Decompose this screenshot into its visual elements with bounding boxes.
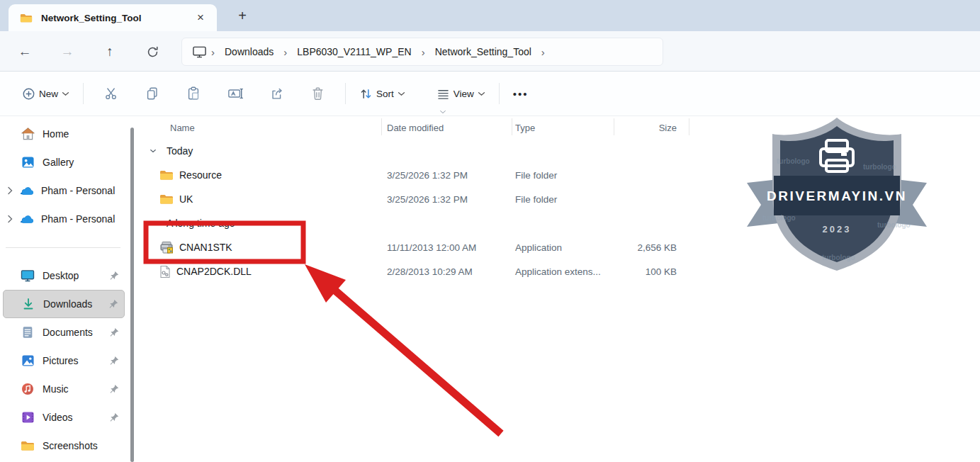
delete-button[interactable] <box>304 80 332 107</box>
sidebar-item-label: Pictures <box>43 355 106 366</box>
sidebar-separator <box>6 247 120 248</box>
column-divider[interactable] <box>381 118 382 135</box>
sidebar-item-onedrive-1[interactable]: Pham - Personal <box>3 176 125 205</box>
refresh-button[interactable] <box>142 41 163 62</box>
sidebar-item-home[interactable]: Home <box>3 120 125 148</box>
sidebar-item-label: Videos <box>43 412 106 423</box>
breadcrumb-item-downloads[interactable]: Downloads <box>219 43 279 60</box>
file-size: 100 KB <box>614 266 685 277</box>
file-size: 2,656 KB <box>614 242 685 253</box>
sidebar-item-label: Home <box>43 128 125 140</box>
turbologo-watermark: turbologo <box>822 254 855 261</box>
file-name: UK <box>179 193 193 205</box>
file-type: File folder <box>512 194 614 205</box>
sidebar-item-pictures[interactable]: Pictures <box>3 346 125 375</box>
new-button[interactable]: New <box>16 80 76 107</box>
breadcrumb-item-lbp6030[interactable]: LBP6030_V2111_WP_EN <box>291 43 417 60</box>
sidebar-scrollbar[interactable] <box>130 128 134 462</box>
file-name: CNAN1STK <box>179 242 232 253</box>
share-button[interactable] <box>263 80 291 107</box>
explorer-tab[interactable]: Network_Setting_Tool × <box>9 4 217 31</box>
folder-icon <box>159 193 174 205</box>
sidebar-item-videos[interactable]: Videos <box>3 403 125 432</box>
column-header-date-modified[interactable]: Date modified <box>381 123 512 133</box>
column-divider[interactable] <box>689 118 689 135</box>
videos-icon <box>20 411 35 424</box>
chevron-down-icon <box>62 91 69 96</box>
watermark-year: 2023 <box>823 224 852 235</box>
view-button[interactable]: View <box>430 80 492 107</box>
folder-tab-icon <box>20 13 33 23</box>
column-header-size[interactable]: Size <box>614 123 685 133</box>
cut-button[interactable] <box>97 80 125 107</box>
copy-button[interactable] <box>138 80 167 107</box>
turbologo-watermark: turbologo <box>877 221 911 229</box>
back-button[interactable]: ← <box>14 41 35 62</box>
new-button-label: New <box>39 89 58 99</box>
sidebar-item-label: Music <box>43 383 106 395</box>
sort-arrows-icon <box>359 87 373 101</box>
sidebar-item-music[interactable]: Music <box>3 375 125 403</box>
gallery-icon <box>20 156 35 169</box>
group-header-today[interactable]: Today <box>138 139 698 163</box>
rename-button[interactable] <box>220 80 250 107</box>
sidebar-item-downloads[interactable]: Downloads <box>3 290 125 318</box>
file-date: 3/25/2026 1:32 PM <box>381 194 512 205</box>
sidebar-item-gallery[interactable]: Gallery <box>3 148 125 176</box>
breadcrumb-separator: › <box>207 46 219 58</box>
breadcrumb-item-network-setting-tool[interactable]: Network_Setting_Tool <box>429 43 537 60</box>
pin-icon <box>106 271 122 281</box>
more-options-button[interactable]: ••• <box>507 80 535 107</box>
group-header-a-long-time-ago[interactable]: A long time ago <box>138 211 698 235</box>
sidebar-item-desktop[interactable]: Desktop <box>3 261 125 290</box>
file-row-cnan1stk[interactable]: CNAN1STK 11/11/2013 12:00 AM Application… <box>138 235 698 259</box>
watermark-title: DRIVERMAYIN.VN <box>767 188 907 203</box>
file-type: File folder <box>512 170 614 181</box>
sidebar-item-label: Pham - Personal <box>41 185 125 196</box>
column-divider[interactable] <box>614 118 614 135</box>
sidebar-item-documents[interactable]: Documents <box>3 318 125 346</box>
view-button-label: View <box>454 89 474 99</box>
onedrive-cloud-icon <box>18 186 34 196</box>
pin-icon <box>106 327 122 337</box>
group-label: A long time ago <box>167 218 235 229</box>
column-header-type[interactable]: Type <box>512 123 614 133</box>
navigation-pane: Home Gallery Pham - Personal <box>0 116 136 462</box>
chevron-down-icon[interactable] <box>150 221 157 225</box>
pin-icon <box>106 384 122 394</box>
home-icon <box>20 128 35 140</box>
sort-indicator-chevron-icon <box>439 110 446 114</box>
up-button[interactable]: ↑ <box>99 41 120 62</box>
file-date: 11/11/2013 12:00 AM <box>381 242 512 253</box>
new-tab-button[interactable]: + <box>232 6 252 26</box>
sidebar-item-label: Downloads <box>43 298 106 310</box>
file-type: Application extens... <box>512 266 614 277</box>
sort-button[interactable]: Sort <box>353 80 412 107</box>
sidebar-item-label: Screenshots <box>43 440 125 451</box>
onedrive-cloud-icon <box>18 214 34 224</box>
file-row-uk[interactable]: UK 3/25/2026 1:32 PM File folder <box>138 187 698 211</box>
sidebar-item-screenshots[interactable]: Screenshots <box>3 432 125 460</box>
column-header-name[interactable]: Name <box>138 123 381 133</box>
tab-close-icon[interactable]: × <box>191 9 210 27</box>
chevron-right-icon[interactable] <box>3 215 17 223</box>
file-list-pane: Name Date modified Type Size Today <box>138 116 698 462</box>
sort-button-label: Sort <box>376 89 394 99</box>
paste-button[interactable] <box>179 80 208 107</box>
file-row-resource[interactable]: Resource 3/25/2026 1:32 PM File folder <box>138 163 698 187</box>
file-name: Resource <box>179 169 222 181</box>
turbologo-watermark: turbologo <box>762 214 796 222</box>
sidebar-item-label: Documents <box>43 327 106 338</box>
chevron-down-icon[interactable] <box>150 149 157 153</box>
music-icon <box>20 383 35 395</box>
sidebar-item-onedrive-2[interactable]: Pham - Personal <box>3 205 125 233</box>
column-divider[interactable] <box>512 118 512 135</box>
breadcrumb-separator: › <box>279 46 291 58</box>
chevron-right-icon[interactable] <box>3 186 17 195</box>
turbologo-watermark: turbologo <box>863 163 896 171</box>
plus-circle-icon <box>22 87 35 101</box>
file-type: Application <box>512 242 614 253</box>
drivermayin-watermark-logo: DRIVERMAYIN.VN 2023 turbologo turbologo … <box>744 115 930 274</box>
address-input[interactable]: › Downloads › LBP6030_V2111_WP_EN › Netw… <box>181 38 663 66</box>
file-row-cnap2dck[interactable]: CNAP2DCK.DLL 2/28/2013 10:29 AM Applicat… <box>138 259 698 283</box>
